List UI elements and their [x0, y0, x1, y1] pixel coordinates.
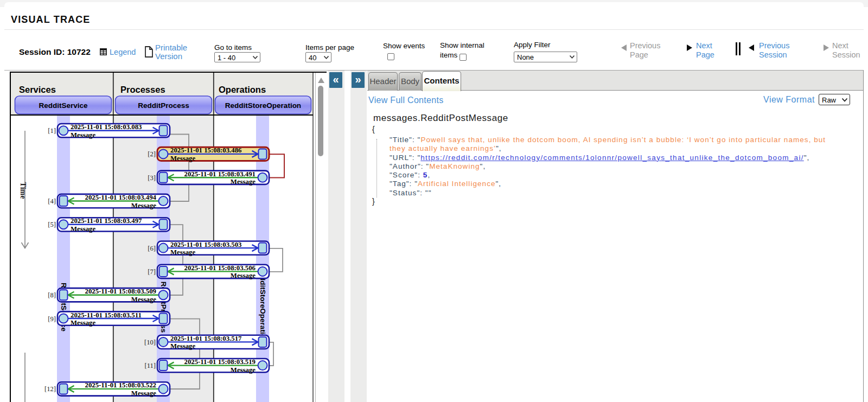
svg-text:Message: Message	[131, 296, 157, 303]
svg-text:[4]: [4]	[48, 197, 56, 205]
svg-text:RedditService: RedditService	[39, 101, 88, 110]
svg-text:[10]: [10]	[144, 339, 156, 346]
svg-text:2025-11-01 15:08:03.506: 2025-11-01 15:08:03.506	[184, 264, 256, 272]
svg-text:Message: Message	[170, 248, 196, 256]
svg-text:Message: Message	[231, 178, 256, 186]
svg-text:[8]: [8]	[48, 291, 56, 299]
svg-text:Operations: Operations	[219, 85, 266, 94]
svg-text:Message: Message	[231, 272, 256, 279]
svg-text:RedditProcess: RedditProcess	[138, 101, 189, 110]
svg-text:2025-11-01 15:08:03.517: 2025-11-01 15:08:03.517	[170, 335, 242, 342]
svg-text:2025-11-01 15:08:03.519: 2025-11-01 15:08:03.519	[184, 358, 256, 366]
svg-text:[11]: [11]	[144, 362, 156, 369]
svg-text:[5]: [5]	[48, 221, 56, 228]
svg-text:Message: Message	[71, 319, 96, 327]
svg-text:[12]: [12]	[44, 385, 56, 393]
svg-text:Message: Message	[170, 155, 196, 162]
svg-text:Message: Message	[170, 342, 196, 350]
svg-text:2025-11-01 15:08:03.509: 2025-11-01 15:08:03.509	[85, 288, 156, 295]
svg-text:2025-11-01 15:08:03.497: 2025-11-01 15:08:03.497	[71, 217, 142, 225]
svg-text:2025-11-01 15:08:03.491: 2025-11-01 15:08:03.491	[184, 170, 256, 178]
svg-text:[6]: [6]	[148, 245, 156, 252]
svg-text:2025-11-01 15:08:03.083: 2025-11-01 15:08:03.083	[71, 123, 142, 131]
svg-text:Message: Message	[71, 225, 96, 233]
svg-text:Message: Message	[131, 390, 157, 397]
svg-text:2025-11-01 15:08:03.522: 2025-11-01 15:08:03.522	[85, 381, 156, 389]
svg-text:Time: Time	[19, 182, 27, 199]
svg-text:Message: Message	[71, 131, 96, 139]
svg-text:[7]: [7]	[148, 268, 156, 276]
svg-text:Processes: Processes	[120, 85, 165, 94]
svg-text:2025-11-01 15:08:03.503: 2025-11-01 15:08:03.503	[170, 241, 242, 248]
svg-text:Services: Services	[19, 85, 56, 94]
svg-text:Message: Message	[131, 202, 157, 209]
svg-text:[2]: [2]	[148, 150, 156, 158]
svg-text:[1]: [1]	[48, 127, 56, 135]
svg-text:RedditStoreOperation: RedditStoreOperation	[225, 101, 301, 110]
svg-text:[3]: [3]	[148, 174, 156, 182]
svg-text:[9]: [9]	[48, 315, 56, 323]
svg-text:2025-11-01 15:08:03.486: 2025-11-01 15:08:03.486	[170, 146, 242, 154]
svg-text:2025-11-01 15:08:03.511: 2025-11-01 15:08:03.511	[71, 311, 142, 319]
svg-text:Message: Message	[231, 366, 256, 374]
svg-text:2025-11-01 15:08:03.494: 2025-11-01 15:08:03.494	[85, 194, 156, 201]
